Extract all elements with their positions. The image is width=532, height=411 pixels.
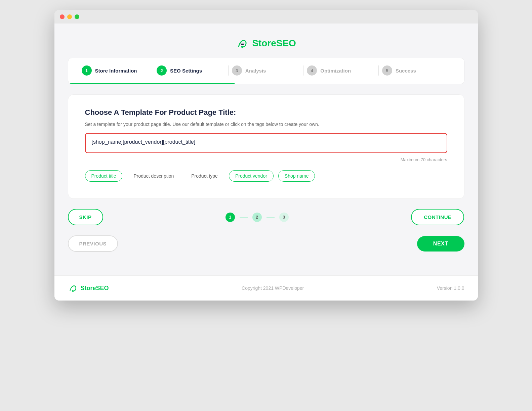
step-1-label: Store Information (95, 68, 137, 74)
svg-point-0 (242, 47, 243, 48)
template-input[interactable]: [shop_name][product_vendor][product_titl… (85, 133, 447, 153)
footer-version: Version 1.0.0 (437, 285, 464, 291)
storeseo-logo-icon (236, 37, 249, 50)
skip-button[interactable]: SKIP (68, 209, 103, 225)
steps-wrapper: 1 Store Information 2 SEO Settings 3 Ana… (68, 58, 464, 84)
step-3[interactable]: 3 Analysis (229, 58, 304, 83)
page-nav: PREVIOUS NEXT (68, 235, 464, 252)
step-4-num: 4 (307, 65, 317, 76)
step-dots: 1 2 3 (226, 213, 289, 222)
window-close-dot[interactable] (60, 14, 65, 19)
tag-product-type[interactable]: Product type (185, 170, 224, 182)
step-5-num: 5 (382, 65, 392, 76)
footer-logo-store: Store (81, 285, 96, 291)
footer-logo-seo: SEO (96, 285, 109, 291)
step-5-label: Success (396, 68, 416, 74)
tag-product-description[interactable]: Product description (127, 170, 180, 182)
card-subtitle: Set a template for your product page tit… (85, 122, 447, 127)
tags-row: Product title Product description Produc… (85, 170, 447, 182)
step-dot-2: 2 (252, 213, 262, 222)
logo-text: StoreSEO (252, 38, 296, 49)
step-4-label: Optimization (320, 68, 351, 74)
step-1-num: 1 (82, 65, 92, 76)
logo-seo: SEO (276, 38, 296, 48)
footer-copyright: Copyright 2021 WPDeveloper (242, 285, 304, 291)
step-2-num: 2 (157, 65, 167, 76)
title-bar (54, 10, 478, 24)
bottom-nav: SKIP 1 2 3 CONTINUE (68, 209, 464, 225)
window-minimize-dot[interactable] (67, 14, 72, 19)
main-card: Choose A Template For Product Page Title… (68, 94, 464, 199)
app-window: StoreSEO 1 Store Information 2 SEO Setti… (54, 10, 478, 301)
steps-row: 1 Store Information 2 SEO Settings 3 Ana… (68, 58, 464, 83)
tag-product-vendor[interactable]: Product vendor (229, 170, 274, 182)
step-3-num: 3 (232, 65, 242, 76)
template-input-text: [shop_name][product_vendor][product_titl… (92, 139, 196, 145)
footer-logo: StoreSEO (68, 283, 109, 293)
logo-area: StoreSEO (68, 30, 464, 58)
step-dot-line-1 (240, 217, 248, 218)
svg-point-1 (72, 291, 74, 292)
step-4[interactable]: 4 Optimization (303, 58, 379, 83)
step-5[interactable]: 5 Success (379, 58, 454, 83)
step-dot-line-2 (267, 217, 275, 218)
tag-product-title[interactable]: Product title (85, 170, 123, 182)
step-3-label: Analysis (245, 68, 266, 74)
step-1[interactable]: 1 Store Information (78, 58, 154, 83)
tag-shop-name[interactable]: Shop name (278, 170, 315, 182)
footer: StoreSEO Copyright 2021 WPDeveloper Vers… (54, 275, 478, 301)
continue-button[interactable]: CONTINUE (411, 209, 464, 225)
next-button[interactable]: NEXT (417, 236, 464, 252)
step-dot-1: 1 (226, 213, 235, 222)
step-2-label: SEO Settings (170, 68, 202, 74)
main-content: StoreSEO 1 Store Information 2 SEO Setti… (54, 24, 478, 275)
max-chars-label: Maximum 70 characters (85, 157, 447, 162)
logo-store: Store (252, 38, 276, 48)
step-underline (68, 83, 464, 84)
card-title: Choose A Template For Product Page Title… (85, 108, 447, 117)
step-dot-3: 3 (279, 213, 289, 222)
footer-logo-text: StoreSEO (81, 285, 109, 292)
footer-logo-icon (68, 283, 78, 293)
previous-button[interactable]: PREVIOUS (68, 235, 118, 252)
window-maximize-dot[interactable] (75, 14, 79, 19)
step-2[interactable]: 2 SEO Settings (153, 58, 229, 83)
